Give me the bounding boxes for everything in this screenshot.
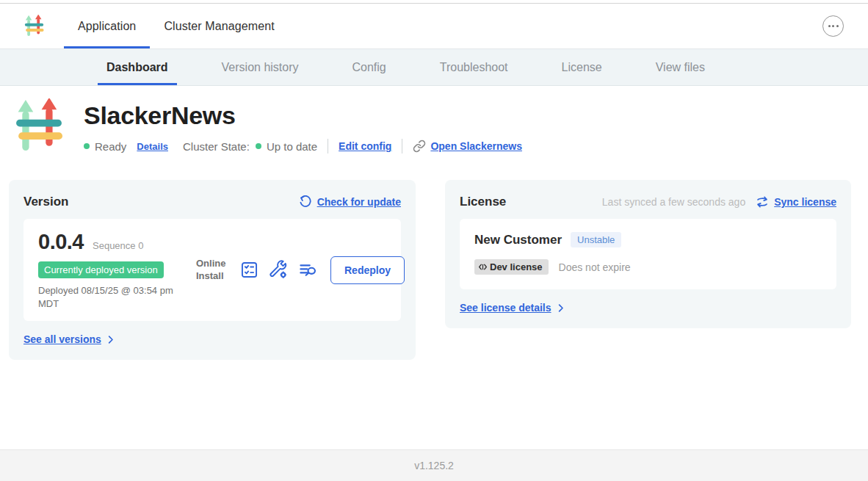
deployed-status-badge: Currently deployed version [38,261,164,278]
tab-view-files-label: View files [656,61,705,74]
divider [328,139,328,153]
version-sequence: Sequence 0 [93,240,143,251]
sync-license-link[interactable]: Sync license [756,195,836,209]
more-menu-button[interactable] [822,15,844,37]
dashboard-main: SlackerNews Ready Details Cluster State:… [0,86,868,360]
tab-cluster-management-label: Cluster Management [164,20,274,33]
version-card-title: Version [23,195,68,209]
tab-application[interactable]: Application [64,4,150,48]
app-header: SlackerNews Ready Details Cluster State:… [0,86,868,157]
topnav-tabs: Application Cluster Management [64,4,289,48]
sync-arrows-icon [756,195,769,209]
hash-arrows-icon [24,15,44,37]
configure-wrench-gear-icon[interactable] [269,260,289,280]
open-app-link[interactable]: Open Slackernews [413,140,522,153]
cluster-state-value: Up to date [267,140,317,153]
app-footer: v1.125.2 [0,449,868,481]
console-version: v1.125.2 [414,460,454,471]
tab-cluster-management[interactable]: Cluster Management [150,4,288,48]
see-all-versions-link[interactable]: See all versions [23,333,401,345]
license-expiration: Does not expire [559,261,631,273]
edit-config-link[interactable]: Edit config [339,140,391,152]
tab-config-label: Config [352,61,386,74]
page-title: SlackerNews [84,101,522,130]
chevron-right-icon [105,334,116,345]
app-sub-navigation: Dashboard Version history Config Trouble… [0,49,868,86]
tab-dashboard-label: Dashboard [106,61,168,74]
check-for-update-link[interactable]: Check for update [299,195,401,209]
preflight-checks-icon[interactable] [239,260,259,280]
brand-logo[interactable] [24,4,44,48]
tab-troubleshoot[interactable]: Troubleshoot [431,49,517,85]
tab-application-label: Application [78,20,136,33]
code-brackets-icon [478,262,488,272]
tab-version-history[interactable]: Version history [213,49,308,85]
see-license-details-link[interactable]: See license details [460,302,836,314]
version-number: 0.0.4 [38,230,84,254]
tab-view-files[interactable]: View files [647,49,714,85]
customer-name: New Customer [474,233,562,247]
tab-license[interactable]: License [553,49,611,85]
tab-dashboard[interactable]: Dashboard [98,49,177,85]
ready-status-label: Ready [95,140,126,153]
license-details-panel: New Customer Unstable Dev license Does n… [460,219,836,289]
license-card-title: License [460,195,506,209]
open-app-link-label: Open Slackernews [430,140,522,152]
install-type-label: Online Install [196,258,230,283]
refresh-icon [299,195,312,209]
topnav-spacer [289,4,822,48]
app-logo [15,98,63,157]
channel-badge: Unstable [571,232,621,247]
app-status-row: Ready Details Cluster State: Up to date … [84,139,522,153]
details-link[interactable]: Details [137,141,168,152]
license-card: License Last synced a few seconds ago Sy… [445,180,851,328]
ellipsis-icon [828,25,831,27]
tab-troubleshoot-label: Troubleshoot [440,61,508,74]
deployed-timestamp: Deployed 08/15/25 @ 03:54 pm MDT [38,284,196,310]
current-version-panel: 0.0.4 Sequence 0 Currently deployed vers… [23,219,401,321]
tab-license-label: License [562,61,602,74]
divider [402,139,402,153]
top-navigation-bar: Application Cluster Management [0,4,868,49]
chevron-right-icon [555,303,566,314]
cluster-state-label: Cluster State: [183,140,250,153]
last-synced-text: Last synced a few seconds ago [602,196,745,208]
redeploy-button[interactable]: Redeploy [330,256,405,284]
version-card: Version Check for update 0.0.4 Sequence … [9,180,416,360]
hash-arrows-icon-large [15,98,63,154]
cluster-state-dot [256,143,261,149]
view-logs-icon[interactable] [298,260,318,280]
tab-version-history-label: Version history [222,61,299,74]
ready-status-dot [84,143,90,149]
dashboard-cards: Version Check for update 0.0.4 Sequence … [9,180,859,360]
license-type-badge: Dev license [474,259,549,275]
license-type-label: Dev license [490,261,543,272]
chain-link-icon [413,140,426,153]
tab-config[interactable]: Config [344,49,395,85]
